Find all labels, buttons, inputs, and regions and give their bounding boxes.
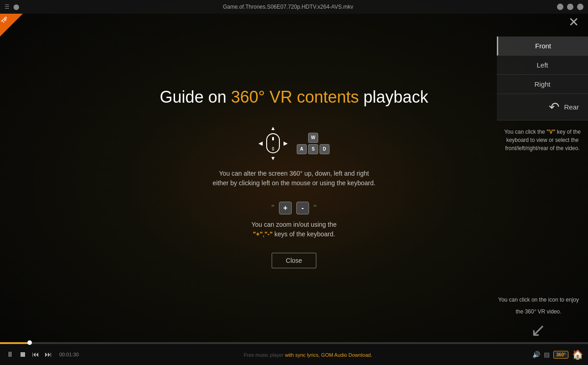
bottom-hint-line2: the 360° VR video. bbox=[498, 308, 579, 316]
home-icon[interactable]: 🏠 bbox=[572, 349, 583, 360]
minus-key: - bbox=[296, 202, 309, 214]
key-row-bottom: A S D bbox=[297, 144, 330, 154]
curved-arrow-icon: ↙ bbox=[498, 319, 579, 340]
window-title: Game.of.Thrones.S06E07.720p.HDTV.x264-AV… bbox=[19, 4, 557, 10]
maximize-button[interactable]: □ bbox=[567, 4, 573, 10]
guide-title-prefix: Guide on bbox=[160, 88, 231, 106]
tip-label: TIP bbox=[0, 16, 9, 24]
mouse-scroll-wheel bbox=[272, 137, 274, 141]
guide-title-suffix: playback bbox=[359, 88, 428, 106]
movement-text-line2: either by clicking left on the mouse or … bbox=[212, 179, 375, 187]
zoom-text: You can zoom in/out using the "+","-" ke… bbox=[160, 220, 428, 239]
bottom-bar: ⏸ ⏹ ⏮ ⏭ 00:01:30 Free music player with … bbox=[0, 342, 588, 365]
bottom-right-controls: 🔊 ▤ 360° 🏠 bbox=[532, 349, 588, 360]
key-w: W bbox=[308, 133, 318, 143]
movement-text: You can alter the screen 360° up, down, … bbox=[160, 169, 428, 188]
wasd-keys: W A S D bbox=[297, 133, 330, 154]
guide-title: Guide on 360° VR contents playback bbox=[160, 88, 428, 107]
progress-dot bbox=[27, 340, 32, 345]
mouse-icon: ▲ ◀ ▶ ▼ bbox=[258, 125, 288, 162]
top-bar: ☰ ⬤ Game.of.Thrones.S06E07.720p.HDTV.x26… bbox=[0, 0, 588, 14]
mouse-body bbox=[266, 133, 280, 153]
time-display: 00:01:30 bbox=[59, 352, 79, 357]
right-panel: Front Left Right ↶ Rear You can click th… bbox=[497, 36, 588, 160]
zoom-text-line1: You can zoom in/out using the bbox=[251, 221, 336, 228]
arrow-up-icon: ▲ bbox=[270, 125, 276, 131]
volume-icon[interactable]: 🔊 bbox=[532, 351, 540, 358]
zoom-text-rest: keys of the keyboard. bbox=[274, 230, 335, 238]
close-dialog-button[interactable]: ✕ bbox=[568, 16, 579, 29]
menu-icon[interactable]: ☰ bbox=[5, 4, 10, 10]
view-left-button[interactable]: Left bbox=[497, 56, 588, 75]
badge-360[interactable]: 360° bbox=[553, 351, 568, 359]
prev-button[interactable]: ⏮ bbox=[30, 349, 41, 360]
playback-controls: ⏸ ⏹ ⏮ ⏭ 00:01:30 bbox=[0, 349, 83, 360]
arrow-down-icon: ▼ bbox=[270, 155, 276, 162]
logo-icon: ⬤ bbox=[13, 4, 19, 10]
tip-badge: TIP bbox=[0, 14, 23, 36]
bottom-hint-line1: You can click on the icon to enjoy bbox=[498, 296, 579, 304]
zoom-key-minus-label: "-" bbox=[264, 230, 273, 238]
plus-key: + bbox=[279, 202, 292, 214]
stop-button[interactable]: ⏹ bbox=[17, 349, 28, 360]
key-a: A bbox=[297, 144, 307, 154]
gom-link[interactable]: with sync lyrics, GOM Audio Download. bbox=[285, 352, 372, 358]
key-s: S bbox=[308, 144, 318, 154]
key-row-top: W bbox=[308, 133, 318, 143]
top-bar-right: ─ □ ✕ bbox=[557, 4, 583, 10]
open-quote: " bbox=[272, 203, 274, 213]
control-icons: ▲ ◀ ▶ ▼ W A S D bbox=[160, 125, 428, 162]
bottom-360-hint: You can click on the icon to enjoy the 3… bbox=[498, 296, 579, 342]
progress-bar-container[interactable] bbox=[0, 342, 588, 344]
pause-button[interactable]: ⏸ bbox=[5, 349, 15, 360]
rear-arrow-icon: ↶ bbox=[549, 99, 559, 115]
close-window-button[interactable]: ✕ bbox=[577, 4, 583, 10]
top-bar-left: ☰ ⬤ bbox=[5, 4, 19, 10]
close-guide-button[interactable]: Close bbox=[272, 253, 316, 268]
view-front-button[interactable]: Front bbox=[497, 36, 588, 56]
zoom-key-plus-label: "+" bbox=[253, 230, 263, 238]
arrow-left-icon: ◀ bbox=[258, 140, 263, 146]
bottom-center: Free music player with sync lyrics, GOM … bbox=[83, 350, 532, 359]
close-quote: " bbox=[314, 203, 316, 213]
view-rear-button[interactable]: ↶ Rear bbox=[497, 94, 588, 120]
minimize-button[interactable]: ─ bbox=[557, 4, 563, 10]
arrow-right-icon: ▶ bbox=[284, 140, 288, 146]
movement-text-line1: You can alter the screen 360° up, down, … bbox=[219, 170, 369, 177]
zoom-icons: " + - " bbox=[160, 202, 428, 214]
progress-bar-fill bbox=[0, 342, 30, 344]
playlist-icon[interactable]: ▤ bbox=[544, 351, 550, 358]
guide-title-highlight: 360° VR contents bbox=[231, 88, 359, 106]
key-v-highlight: "V" bbox=[547, 129, 555, 135]
free-text: Free music player with sync lyrics, GOM … bbox=[244, 352, 372, 358]
key-d: D bbox=[320, 144, 330, 154]
guide-panel: Guide on 360° VR contents playback ▲ ◀ ▶… bbox=[160, 88, 428, 268]
view-right-button[interactable]: Right bbox=[497, 75, 588, 94]
right-panel-hint: You can click the "V" key of the keyboar… bbox=[497, 120, 588, 160]
next-button[interactable]: ⏭ bbox=[43, 349, 54, 360]
